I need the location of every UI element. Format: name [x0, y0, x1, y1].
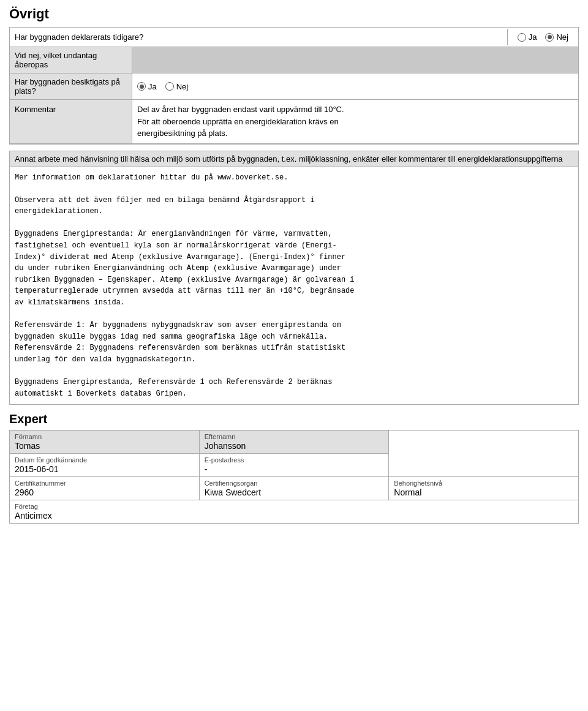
- info-body-text: Mer information om deklarationer hittar …: [10, 167, 578, 405]
- declared-radios: Ja Nej: [507, 29, 578, 45]
- foretag-label: Företag: [15, 503, 573, 510]
- fornamn-cell: Förnamn Tomas: [10, 431, 200, 454]
- undantag-label: Vid nej, vilket undantag åberopas: [10, 47, 132, 73]
- expert-table: Förnamn Tomas Efternamn Johansson Datum …: [9, 430, 579, 524]
- expert-title: Expert: [9, 412, 579, 426]
- annat-arbete-header: Annat arbete med hänvisning till hälsa o…: [10, 151, 578, 167]
- epost-label: E-postadress: [205, 456, 384, 464]
- inspected-radios: Ja Nej: [137, 82, 188, 91]
- expert-row-cert: Certifikatnummer 2960 Certifieringsorgan…: [10, 477, 579, 500]
- declared-nej-option[interactable]: Nej: [545, 32, 568, 42]
- inspected-ja-option[interactable]: Ja: [137, 82, 157, 91]
- behorig-value: Normal: [394, 487, 421, 497]
- inspected-ja-label: Ja: [148, 82, 157, 91]
- foretag-value: Anticimex: [15, 511, 52, 521]
- certorg-value: Kiwa Swedcert: [205, 487, 262, 497]
- declared-row: Har byggnaden deklarerats tidigare? Ja N…: [10, 28, 578, 47]
- declared-ja-radio[interactable]: [518, 33, 526, 42]
- declared-ja-label: Ja: [529, 32, 537, 42]
- undantag-row: Vid nej, vilket undantag åberopas: [10, 47, 578, 73]
- foretag-cell: Företag Anticimex: [10, 500, 579, 524]
- certifikat-label: Certifikatnummer: [15, 480, 194, 487]
- inspected-value: Ja Nej: [132, 73, 578, 99]
- datum-cell: Datum för godkännande 2015-06-01: [10, 454, 200, 477]
- declared-ja-option[interactable]: Ja: [518, 32, 537, 42]
- undantag-input[interactable]: [132, 47, 578, 73]
- datum-label: Datum för godkännande: [15, 456, 194, 464]
- main-form-box: Har byggnaden deklarerats tidigare? Ja N…: [9, 27, 579, 145]
- fornamn-value: Tomas: [15, 441, 40, 451]
- declared-nej-radio[interactable]: [545, 33, 554, 42]
- inspected-nej-radio[interactable]: [165, 82, 174, 91]
- datum-value: 2015-06-01: [15, 464, 59, 474]
- expert-row-datum: Datum för godkännande 2015-06-01 E-posta…: [10, 454, 579, 477]
- inspected-nej-label: Nej: [176, 82, 189, 91]
- kommentar-row: Kommentar Del av året har byggnaden enda…: [10, 100, 578, 144]
- certorg-label: Certifieringsorgan: [205, 480, 384, 487]
- behorig-cell: Behörighetsnivå Normal: [389, 477, 579, 500]
- epost-cell: E-postadress -: [199, 454, 389, 477]
- efternamn-value: Johansson: [205, 441, 246, 451]
- expert-row-foretag: Företag Anticimex: [10, 500, 579, 524]
- certifikat-value: 2960: [15, 487, 34, 497]
- kommentar-label: Kommentar: [10, 100, 132, 143]
- epost-value: -: [205, 464, 208, 474]
- inspected-label: Har byggnaden besiktigats på plats?: [10, 73, 132, 99]
- kommentar-text[interactable]: Del av året har byggnaden endast varit u…: [132, 100, 578, 143]
- annat-arbete-box: Annat arbete med hänvisning till hälsa o…: [9, 151, 579, 405]
- declared-label: Har byggnaden deklarerats tidigare?: [10, 29, 507, 45]
- inspected-nej-option[interactable]: Nej: [165, 82, 189, 91]
- page-container: Övrigt Har byggnaden deklarerats tidigar…: [0, 0, 588, 530]
- inspected-row: Har byggnaden besiktigats på plats? Ja N…: [10, 73, 578, 100]
- efternamn-cell: Efternamn Johansson: [199, 431, 389, 454]
- inspected-ja-radio[interactable]: [137, 82, 146, 91]
- behorig-label: Behörighetsnivå: [394, 480, 573, 487]
- section-title: Övrigt: [9, 6, 579, 22]
- efternamn-label: Efternamn: [205, 433, 384, 440]
- fornamn-label: Förnamn: [15, 433, 194, 440]
- expert-row-name: Förnamn Tomas Efternamn Johansson: [10, 431, 579, 454]
- declared-nej-label: Nej: [556, 32, 568, 42]
- certorg-cell: Certifieringsorgan Kiwa Swedcert: [199, 477, 389, 500]
- certifikat-cell: Certifikatnummer 2960: [10, 477, 200, 500]
